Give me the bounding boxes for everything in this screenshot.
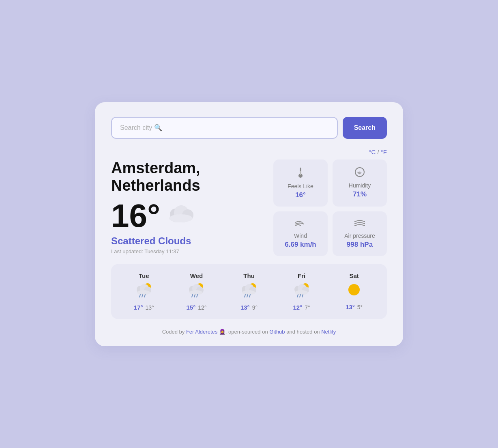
feels-like-label: Feels Like <box>280 183 321 190</box>
wind-icon <box>280 219 321 230</box>
country: Netherlands <box>111 177 200 194</box>
forecast-low: 9° <box>252 304 258 311</box>
svg-line-19 <box>142 295 143 297</box>
footer-github: Github <box>269 329 285 335</box>
forecast-high: 17° <box>134 304 143 311</box>
forecast-day: Fri 12° 7° <box>275 272 328 311</box>
feels-like-value: 16° <box>280 191 321 199</box>
forecast-icon <box>223 282 275 301</box>
pressure-card: Air pressure 998 hPa <box>333 211 387 256</box>
humidity-value: 71% <box>339 190 380 198</box>
svg-text:%: % <box>357 171 360 174</box>
svg-line-38 <box>245 295 245 297</box>
feels-like-card: Feels Like 16° <box>273 159 328 207</box>
footer-prefix: Coded by <box>162 329 186 335</box>
main-temperature: 16° <box>111 200 160 232</box>
svg-point-51 <box>348 284 360 295</box>
footer-github-link[interactable]: Github <box>269 329 285 335</box>
humidity-label: Humidity <box>339 182 380 189</box>
weather-main: Amsterdam, Netherlands 16° S <box>111 159 387 256</box>
svg-point-5 <box>169 214 193 222</box>
temp-row: 16° <box>111 200 265 232</box>
city-name: Amsterdam, Netherlands <box>111 159 265 195</box>
pressure-label: Air pressure <box>339 233 380 239</box>
humidity-card: % Humidity 71% <box>333 159 387 207</box>
fahrenheit-label[interactable]: °F <box>381 149 387 155</box>
footer: Coded by Fer Alderetes 🧕, open-sourced o… <box>111 329 387 335</box>
svg-line-29 <box>194 295 195 297</box>
svg-point-47 <box>295 290 308 295</box>
forecast-low: 5° <box>357 304 363 310</box>
unit-slash: / <box>376 149 381 155</box>
forecast-icon <box>328 282 380 300</box>
search-input[interactable] <box>111 117 338 139</box>
forecast-temps: 17° 13° <box>118 304 170 311</box>
footer-author: Fer Alderetes <box>186 329 217 335</box>
forecast-high: 13° <box>346 304 355 310</box>
forecast-temps: 13° 9° <box>223 304 275 311</box>
forecast-day-name: Thu <box>223 272 275 279</box>
forecast-day: Sat 13° 5° <box>328 272 380 311</box>
forecast-icon <box>275 282 328 301</box>
search-button[interactable]: Search <box>343 117 387 139</box>
condition-text: Scattered Clouds <box>111 235 265 247</box>
wind-card: Wind 6.69 km/h <box>273 211 328 256</box>
forecast-temps: 15° 12° <box>170 304 223 311</box>
svg-line-48 <box>297 295 298 297</box>
pressure-value: 998 hPa <box>339 241 380 249</box>
svg-line-28 <box>192 295 193 297</box>
forecast-temps: 12° 7° <box>275 304 328 311</box>
wind-label: Wind <box>280 233 321 239</box>
weather-icon <box>167 204 195 228</box>
city-info: Amsterdam, Netherlands 16° S <box>111 159 265 254</box>
svg-line-18 <box>140 295 140 297</box>
svg-point-27 <box>189 290 202 295</box>
city: Amsterdam, <box>111 159 200 177</box>
footer-netlify: Netlify <box>321 329 336 335</box>
forecast-low: 12° <box>198 304 206 311</box>
weather-card: Search °C / °F Amsterdam, Netherlands 16… <box>95 102 403 346</box>
forecast-temps: 13° 5° <box>328 304 380 310</box>
wind-value: 6.69 km/h <box>280 241 321 249</box>
forecast-high: 13° <box>240 304 250 311</box>
forecast-high: 15° <box>186 304 195 311</box>
svg-point-17 <box>137 290 150 295</box>
footer-netlify-link[interactable]: Netlify <box>321 329 336 335</box>
svg-point-37 <box>242 290 255 295</box>
footer-author-link[interactable]: Fer Alderetes <box>186 329 217 335</box>
stats-grid: Feels Like 16° % Humidity 71% <box>273 159 387 256</box>
footer-middle: , open-sourced on <box>225 329 269 335</box>
search-row: Search <box>111 117 387 139</box>
forecast-strip: Tue 17° 13° Wed <box>111 264 387 319</box>
forecast-day: Tue 17° 13° <box>118 272 170 311</box>
svg-rect-8 <box>300 171 301 175</box>
forecast-day-name: Fri <box>275 272 328 279</box>
pressure-icon <box>339 219 380 230</box>
forecast-day-name: Wed <box>170 272 223 279</box>
forecast-high: 12° <box>293 304 303 311</box>
forecast-day-name: Tue <box>118 272 170 279</box>
last-updated: Last updated: Tuesday 11:37 <box>111 248 265 254</box>
celsius-label[interactable]: °C <box>369 149 376 155</box>
forecast-icon <box>118 282 170 301</box>
forecast-low: 7° <box>305 304 310 311</box>
svg-line-39 <box>247 295 248 297</box>
forecast-day: Thu 13° 9° <box>223 272 275 311</box>
forecast-low: 13° <box>146 304 154 311</box>
forecast-icon <box>170 282 223 301</box>
svg-line-49 <box>300 295 301 297</box>
humidity-icon: % <box>339 167 380 180</box>
footer-author-emoji: 🧕 <box>219 329 225 335</box>
forecast-day-name: Sat <box>328 272 380 279</box>
unit-toggle[interactable]: °C / °F <box>111 149 387 155</box>
footer-suffix: and hosted on <box>285 329 322 335</box>
forecast-day: Wed 15° 12° <box>170 272 223 311</box>
thermometer-icon <box>280 167 321 181</box>
